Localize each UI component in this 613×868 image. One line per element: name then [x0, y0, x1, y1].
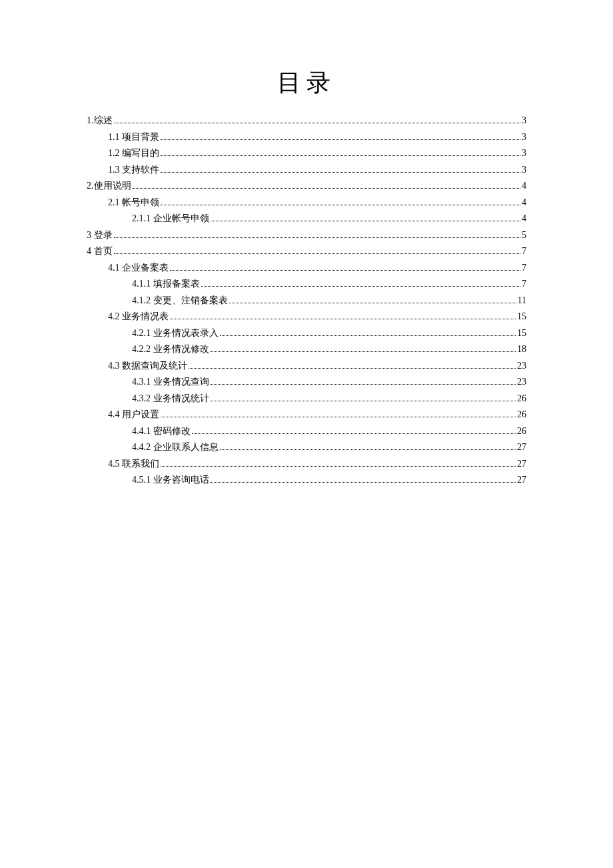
toc-entry-page: 3: [522, 113, 526, 129]
toc-entry-label: 4.4.1 密码修改: [132, 423, 191, 440]
toc-entry-page: 27: [517, 472, 526, 489]
toc-entry[interactable]: 4.4.1 密码修改26: [87, 423, 526, 440]
toc-leader-dots: [114, 253, 521, 254]
toc-entry[interactable]: 2.使用说明4: [87, 178, 526, 195]
toc-entry-label: 1.1 项目背景: [108, 129, 159, 146]
toc-entry-label: 4.4.2 企业联系人信息: [132, 439, 219, 456]
toc-entry-page: 15: [517, 309, 526, 325]
toc-entry-page: 15: [517, 325, 526, 342]
toc-entry-label: 1.3 支持软件: [108, 162, 159, 179]
toc-entry-page: 11: [518, 293, 526, 309]
toc-leader-dots: [114, 237, 521, 238]
toc-leader-dots: [189, 368, 516, 369]
toc-entry[interactable]: 3 登录5: [87, 227, 526, 244]
toc-entry[interactable]: 1.1 项目背景3: [87, 129, 526, 146]
toc-entry-label: 2.1.1 企业帐号申领: [132, 211, 209, 227]
toc-entry-label: 4.3.1 业务情况查询: [132, 374, 209, 391]
toc-entry-page: 7: [522, 260, 526, 277]
toc-entry[interactable]: 4.5.1 业务咨询电话27: [87, 472, 526, 489]
toc-entry[interactable]: 1.3 支持软件3: [87, 162, 526, 179]
toc-entry[interactable]: 4.4 用户设置26: [87, 407, 526, 423]
toc-entry-label: 4.2 业务情况表: [108, 309, 169, 325]
toc-entry-label: 4.5.1 业务咨询电话: [132, 472, 209, 489]
toc-entry[interactable]: 4.2.2 业务情况修改18: [87, 341, 526, 358]
toc-entry-label: 4.3.2 业务情况统计: [132, 391, 209, 407]
toc-entry[interactable]: 4.3.1 业务情况查询23: [87, 374, 526, 391]
toc-leader-dots: [161, 155, 520, 156]
toc-entry-page: 7: [522, 276, 526, 293]
toc-entry-label: 4.1 企业备案表: [108, 260, 169, 277]
toc-entry-page: 26: [517, 391, 526, 407]
toc-entry[interactable]: 4.4.2 企业联系人信息27: [87, 439, 526, 456]
toc-entry-label: 4.4 用户设置: [108, 407, 159, 423]
toc-leader-dots: [229, 303, 516, 303]
toc-leader-dots: [220, 335, 516, 336]
toc-entry[interactable]: 1.综述3: [87, 113, 526, 129]
toc-entry-page: 18: [517, 341, 526, 358]
toc-leader-dots: [201, 286, 521, 287]
toc-leader-dots: [114, 123, 521, 123]
toc-entry-label: 4.2.2 业务情况修改: [132, 341, 209, 358]
toc-entry-page: 26: [517, 423, 526, 440]
toc-entry[interactable]: 4.3.2 业务情况统计26: [87, 391, 526, 407]
toc-entry[interactable]: 4.1.1 填报备案表7: [87, 276, 526, 293]
toc-entry-label: 1.综述: [87, 113, 113, 129]
toc-entry-label: 1.2 编写目的: [108, 145, 159, 162]
toc-entry[interactable]: 4.1 企业备案表7: [87, 260, 526, 277]
toc-entry[interactable]: 4 首页7: [87, 243, 526, 260]
toc-entry[interactable]: 4.2 业务情况表15: [87, 309, 526, 325]
toc-title: 目录: [87, 67, 526, 99]
toc-entry[interactable]: 4.3 数据查询及统计23: [87, 358, 526, 375]
toc-entry[interactable]: 1.2 编写目的3: [87, 145, 526, 162]
toc-entry-label: 3 登录: [87, 227, 113, 244]
toc-entry-page: 23: [517, 358, 526, 375]
toc-entry-page: 3: [522, 145, 526, 162]
toc-entry-label: 4.3 数据查询及统计: [108, 358, 187, 375]
toc-entry[interactable]: 4.1.2 变更、注销备案表11: [87, 293, 526, 309]
toc-entry-page: 3: [522, 129, 526, 146]
toc-entry-page: 4: [522, 195, 526, 211]
toc-leader-dots: [211, 221, 521, 221]
toc-entry[interactable]: 2.1 帐号申领4: [87, 195, 526, 211]
toc-leader-dots: [161, 417, 516, 417]
toc-entry-page: 5: [522, 227, 526, 244]
toc-leader-dots: [211, 401, 516, 401]
toc-leader-dots: [192, 433, 516, 434]
toc-leader-dots: [161, 205, 520, 205]
toc-entry-page: 27: [517, 439, 526, 456]
toc-leader-dots: [170, 270, 520, 271]
toc-entry-page: 4: [522, 178, 526, 195]
toc-leader-dots: [211, 482, 516, 483]
toc-entry-label: 2.使用说明: [87, 178, 131, 195]
toc-leader-dots: [161, 466, 516, 467]
toc-entry-label: 4 首页: [87, 243, 113, 260]
toc-entry-page: 26: [517, 407, 526, 423]
toc-leader-dots: [211, 384, 516, 385]
toc-entry-label: 4.5 联系我们: [108, 456, 159, 473]
toc-leader-dots: [161, 139, 520, 140]
toc-leader-dots: [170, 319, 516, 319]
toc-entry-label: 2.1 帐号申领: [108, 195, 159, 211]
toc-entry-page: 23: [517, 374, 526, 391]
toc-entry-label: 4.1.1 填报备案表: [132, 276, 200, 293]
toc-entry[interactable]: 2.1.1 企业帐号申领4: [87, 211, 526, 227]
toc-entry[interactable]: 4.5 联系我们27: [87, 456, 526, 473]
toc-entry-label: 4.1.2 变更、注销备案表: [132, 293, 228, 309]
toc-leader-dots: [220, 449, 516, 450]
toc-leader-dots: [161, 172, 520, 173]
toc-entry-page: 7: [522, 243, 526, 260]
toc-entry-page: 4: [522, 211, 526, 227]
toc-leader-dots: [133, 188, 521, 189]
toc-container: 1.综述31.1 项目背景31.2 编写目的31.3 支持软件32.使用说明42…: [87, 113, 526, 489]
toc-entry-label: 4.2.1 业务情况表录入: [132, 325, 219, 342]
toc-entry-page: 27: [517, 456, 526, 473]
toc-leader-dots: [211, 351, 516, 352]
toc-entry[interactable]: 4.2.1 业务情况表录入15: [87, 325, 526, 342]
toc-entry-page: 3: [522, 162, 526, 179]
